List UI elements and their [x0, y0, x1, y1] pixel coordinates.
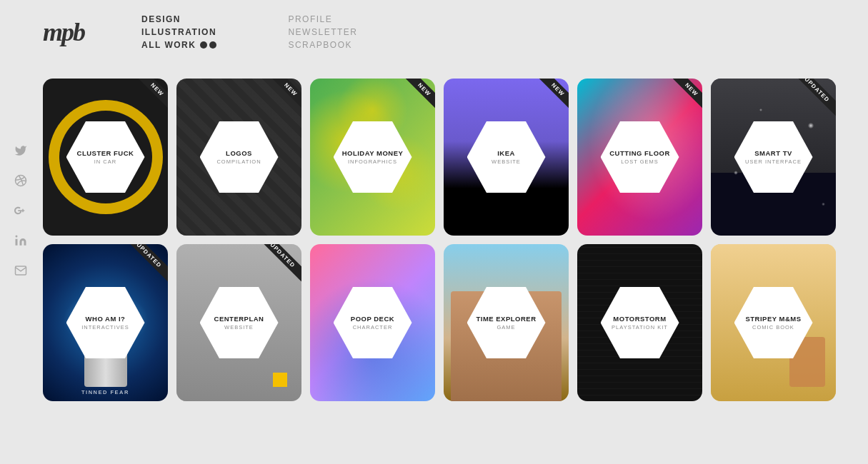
hex-shape-smarttv: SMART TV USER INTERFACE: [734, 121, 813, 193]
nav-left: DESIGN ILLUSTRATION ALL WORK: [141, 14, 216, 50]
hex-sub-centerplan: WEBSITE: [224, 324, 254, 331]
card-cluster-fuck[interactable]: NEW CLUSTER FUCK IN CAR: [43, 79, 168, 236]
hex-label-centerplan: CENTERPLAN WEBSITE: [200, 287, 279, 358]
hex-title-cutting: CUTTING FLOOR: [609, 149, 670, 157]
hex-title-who: WHO AM I?: [86, 315, 126, 323]
hex-label-time: TIME EXPLORER GAME: [467, 287, 546, 358]
hex-sub-cluster: IN CAR: [94, 158, 116, 165]
nav-scrapbook[interactable]: SCRAPBOOK: [288, 40, 357, 50]
hex-title-centerplan: CENTERPLAN: [214, 315, 264, 323]
hex-sub-motor: PLAYSTATION KIT: [612, 324, 668, 331]
badge-new-cutting: NEW: [659, 79, 702, 121]
nav-dot-2: [209, 41, 216, 49]
logo[interactable]: mpb: [43, 17, 84, 47]
hex-title-holiday: HOLIDAY MONEY: [342, 149, 404, 157]
who-bottom-label: TINNED FEAR: [43, 389, 168, 395]
hex-title-ikea: IKEA: [497, 149, 515, 157]
hex-sub-smarttv: USER INTERFACE: [745, 158, 802, 165]
hex-label-who: WHO AM I? INTERACTIVES: [66, 287, 145, 358]
card-cutting-floor[interactable]: NEW CUTTING FLOOR LOST GEMS: [577, 79, 702, 236]
hex-shape-ikea: IKEA WEBSITE: [467, 121, 546, 193]
hex-shape-logos: LOGOS COMPILATION: [200, 121, 279, 193]
hex-title-time: TIME EXPLORER: [476, 315, 536, 323]
card-smart-tv[interactable]: UPDATED SMART TV USER INTERFACE: [711, 79, 836, 236]
hex-title-smarttv: SMART TV: [754, 149, 792, 157]
hex-title-stripey: STRIPEY M&MS: [745, 315, 801, 323]
hex-shape-who: WHO AM I? INTERACTIVES: [66, 287, 145, 358]
card-logos[interactable]: NEW LOGOS COMPILATION: [176, 79, 301, 236]
nav-design[interactable]: DESIGN: [141, 14, 216, 24]
badge-updated-who: UPDATED: [125, 244, 168, 287]
social-sidebar: [13, 143, 29, 278]
card-centerplan[interactable]: UPDATED CENTERPLAN WEBSITE: [176, 244, 301, 401]
twitter-icon[interactable]: [13, 143, 29, 158]
hex-shape-time: TIME EXPLORER GAME: [467, 287, 546, 358]
header: mpb DESIGN ILLUSTRATION ALL WORK PROFILE…: [0, 0, 868, 64]
hex-sub-holiday: INFOGRAPHICS: [348, 158, 397, 165]
row-1: NEW CLUSTER FUCK IN CAR NEW LOGOS COMPIL…: [43, 79, 825, 236]
google-plus-icon[interactable]: [13, 203, 29, 218]
card-holiday-money[interactable]: NEW HOLIDAY MONEY INFOGRAPHICS: [310, 79, 435, 236]
card-who-am-i[interactable]: UPDATED WHO AM I? INTERACTIVES TINNED FE…: [43, 244, 168, 401]
center-yellow: [273, 373, 287, 387]
dribbble-icon[interactable]: [13, 173, 29, 188]
badge-new-logos: NEW: [259, 79, 301, 121]
hex-shape-cutting: CUTTING FLOOR LOST GEMS: [601, 121, 679, 193]
main-content: NEW CLUSTER FUCK IN CAR NEW LOGOS COMPIL…: [0, 64, 868, 438]
badge-updated-center: UPDATED: [259, 244, 301, 287]
hex-title-logos: LOGOS: [226, 149, 252, 157]
card-stripey-mms[interactable]: STRIPEY M&MS COMIC BOOK: [711, 244, 836, 401]
hex-label-stripey: STRIPEY M&MS COMIC BOOK: [734, 287, 813, 358]
nav-right: PROFILE NEWSLETTER SCRAPBOOK: [288, 14, 357, 50]
hex-label-motor: MOTORSTORM PLAYSTATION KIT: [601, 287, 679, 358]
card-time-explorer[interactable]: TIME EXPLORER GAME: [444, 244, 569, 401]
hex-sub-ikea: WEBSITE: [492, 158, 521, 165]
email-icon[interactable]: [13, 263, 29, 278]
linkedin-icon[interactable]: [13, 233, 29, 248]
row-2: UPDATED WHO AM I? INTERACTIVES TINNED FE…: [43, 244, 825, 401]
hex-label-poop: POOP DECK CHARACTER: [334, 287, 412, 358]
hex-shape-stripey: STRIPEY M&MS COMIC BOOK: [734, 287, 813, 358]
hex-sub-poop: CHARACTER: [353, 324, 393, 331]
hex-label-logos: LOGOS COMPILATION: [200, 121, 279, 193]
svg-point-1: [16, 236, 18, 238]
hex-shape-holiday: HOLIDAY MONEY INFOGRAPHICS: [334, 121, 412, 193]
hex-label-ikea: IKEA WEBSITE: [467, 121, 546, 193]
hex-sub-stripey: COMIC BOOK: [752, 324, 794, 331]
hex-title-motor: MOTORSTORM: [613, 315, 666, 323]
hex-sub-logos: COMPILATION: [216, 158, 261, 165]
hex-label-holiday: HOLIDAY MONEY INFOGRAPHICS: [334, 121, 412, 193]
hex-label-smarttv: SMART TV USER INTERFACE: [734, 121, 813, 193]
nav-dot-1: [200, 41, 207, 49]
badge-new-cluster: NEW: [125, 79, 168, 121]
nav-all-work[interactable]: ALL WORK: [141, 40, 216, 50]
badge-new-ikea: NEW: [526, 79, 569, 121]
hex-shape-cluster: CLUSTER FUCK IN CAR: [66, 121, 145, 193]
hex-label-cutting: CUTTING FLOOR LOST GEMS: [601, 121, 679, 193]
hex-sub-time: GAME: [497, 324, 515, 331]
hex-shape-centerplan: CENTERPLAN WEBSITE: [200, 287, 279, 358]
nav-newsletter[interactable]: NEWSLETTER: [288, 27, 357, 37]
nav-dots: [200, 41, 216, 49]
hex-sub-cutting: LOST GEMS: [621, 158, 659, 165]
hex-label-cluster: CLUSTER FUCK IN CAR: [66, 121, 145, 193]
card-motorstorm[interactable]: MOTORSTORM PLAYSTATION KIT: [577, 244, 702, 401]
nav-illustration[interactable]: ILLUSTRATION: [141, 27, 216, 37]
hex-title-cluster: CLUSTER FUCK: [77, 149, 134, 157]
card-poop-deck[interactable]: POOP DECK CHARACTER: [310, 244, 435, 401]
hex-title-poop: POOP DECK: [351, 315, 394, 323]
hex-shape-poop: POOP DECK CHARACTER: [334, 287, 412, 358]
hex-sub-who: INTERACTIVES: [81, 324, 129, 331]
hex-shape-motor: MOTORSTORM PLAYSTATION KIT: [601, 287, 679, 358]
badge-updated-smarttv: UPDATED: [793, 79, 836, 121]
badge-new-holiday: NEW: [392, 79, 435, 121]
nav-profile[interactable]: PROFILE: [288, 14, 357, 24]
card-ikea[interactable]: NEW IKEA WEBSITE: [444, 79, 569, 236]
